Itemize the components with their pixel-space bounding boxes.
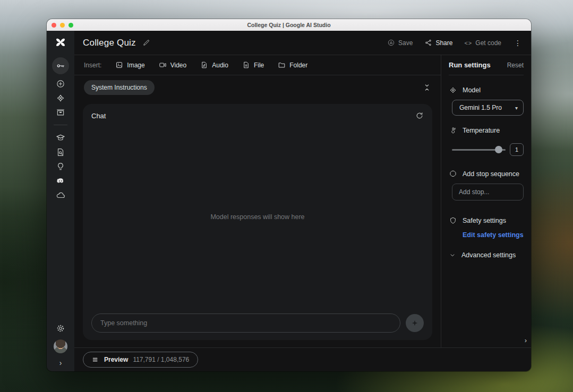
ai-studio-logo[interactable] [54,36,67,49]
macos-titlebar: College Quiz | Google AI Studio [47,19,531,31]
library-icon[interactable] [52,105,69,119]
folder-icon [278,61,286,69]
temperature-value-input[interactable] [510,143,524,156]
insert-video-label: Video [170,62,186,69]
share-button[interactable]: Share [424,39,452,47]
expand-sidebar-icon[interactable]: › [59,359,62,367]
insert-toolbar: Insert: Image Video Audio [74,55,441,75]
reset-chat-icon[interactable] [415,111,424,120]
run-settings-title: Run settings [449,61,491,69]
edit-title-icon[interactable] [142,39,150,47]
chat-input[interactable] [91,313,400,333]
insert-audio-button[interactable]: Audio [200,61,228,69]
file-icon [242,61,250,69]
token-count: 117,791 / 1,048,576 [133,356,189,363]
collapse-section-icon[interactable] [423,83,431,92]
system-instructions-chip[interactable]: System Instructions [84,80,155,95]
system-instructions-row: System Instructions [74,75,441,100]
main-column: College Quiz Save Share <> Get co [74,31,531,371]
get-code-button[interactable]: <> Get code [464,39,501,47]
model-icon [449,86,457,94]
stop-sequence-icon [449,170,457,178]
window-title: College Quiz | Google AI Studio [47,22,531,28]
workspace: Insert: Image Video Audio [74,55,441,347]
app-window: College Quiz | Google AI Studio [47,19,531,371]
model-selected-value: Gemini 1.5 Pro [459,104,502,111]
temperature-icon [449,126,457,135]
save-button[interactable]: Save [387,39,413,47]
video-icon [159,61,167,69]
model-dropdown[interactable]: Gemini 1.5 Pro ▾ [452,100,524,116]
save-label: Save [398,39,413,47]
empty-state-text: Model responses will show here [91,120,424,313]
stop-sequence-input[interactable] [452,184,524,201]
bottom-bar: Preview 117,791 / 1,048,576 [74,347,531,371]
chat-area: Chat Model responses will show here [74,100,441,347]
collapse-panel-icon[interactable]: › [525,336,527,344]
temperature-slider[interactable] [452,146,506,153]
run-settings-panel: Run settings Reset Model Gemini 1.5 Pro [441,55,531,347]
insert-file-button[interactable]: File [242,61,264,69]
advanced-settings-toggle[interactable]: Advanced settings [449,251,524,259]
shield-icon [449,216,457,225]
safety-settings-label: Safety settings [463,217,506,224]
advanced-settings-label: Advanced settings [461,251,516,259]
slider-thumb[interactable] [495,146,502,153]
discord-icon[interactable] [52,173,69,188]
model-label: Model [463,86,481,94]
prompt-search-icon[interactable] [52,145,69,159]
account-avatar[interactable] [54,339,67,353]
left-sidebar: › [47,31,74,371]
chevron-down-icon [449,251,456,259]
chat-title: Chat [91,112,106,120]
preview-button[interactable]: Preview 117,791 / 1,048,576 [83,352,198,368]
tune-model-icon[interactable] [52,130,69,145]
ai-studio-app: › College Quiz Save Share [47,31,531,371]
insert-video-button[interactable]: Video [159,61,186,69]
share-label: Share [435,39,452,47]
preview-label: Preview [104,356,128,363]
stop-sequence-label: Add stop sequence [463,170,519,178]
audio-icon [200,61,208,69]
list-icon [92,356,99,363]
run-button[interactable] [406,314,424,332]
api-key-icon[interactable] [52,57,69,74]
insert-folder-button[interactable]: Folder [278,61,307,69]
reset-button[interactable]: Reset [507,62,524,69]
prompt-title: College Quiz [83,38,136,48]
prompt-header: College Quiz Save Share <> Get co [74,31,531,55]
ideas-icon[interactable] [52,159,69,173]
more-options-icon[interactable]: ⋮ [513,39,523,47]
insert-audio-label: Audio [212,62,228,69]
sparkle-icon [410,319,419,327]
drive-cloud-icon[interactable] [52,188,69,202]
insert-file-label: File [254,62,264,69]
chat-card: Chat Model responses will show here [83,104,432,340]
new-prompt-icon[interactable] [52,76,69,91]
settings-gear-icon[interactable] [52,321,69,335]
prompt-weave-icon[interactable] [52,91,69,105]
insert-folder-label: Folder [289,62,307,69]
sidebar-divider [54,125,67,125]
edit-safety-settings-link[interactable]: Edit safety settings [463,231,524,239]
insert-label: Insert: [84,62,101,69]
temperature-label: Temperature [463,127,500,134]
insert-image-button[interactable]: Image [115,61,144,69]
code-icon: <> [464,40,472,46]
image-icon [115,61,123,69]
chevron-down-icon: ▾ [515,105,518,111]
get-code-label: Get code [475,39,501,47]
insert-image-label: Image [127,62,144,69]
